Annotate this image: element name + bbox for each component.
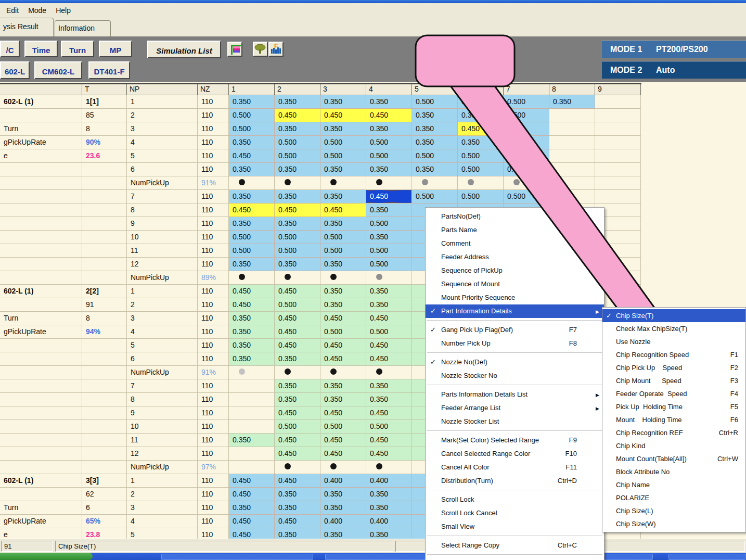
value-cell[interactable]: 0.350: [549, 95, 595, 109]
value-cell[interactable]: 0.500: [504, 109, 549, 122]
value-cell[interactable]: 0.450: [366, 434, 412, 447]
value-cell[interactable]: 0.450: [275, 285, 320, 298]
menu-item-nozzle-stocker-no[interactable]: Nozzle Stocker No: [426, 369, 604, 383]
value-cell[interactable]: 0.450: [275, 339, 320, 352]
value-cell[interactable]: 0.450: [320, 203, 366, 217]
value-cell[interactable]: 0.350: [366, 393, 412, 406]
value-cell[interactable]: 0.500: [366, 420, 412, 434]
value-cell[interactable]: 0.350: [229, 312, 275, 325]
toolbar-button-c[interactable]: /C: [0, 41, 20, 57]
toolbar-button-mp[interactable]: MP: [99, 41, 132, 57]
value-cell[interactable]: 0.500: [275, 231, 320, 244]
menu-item-number-pick-up[interactable]: Number Pick UpF8: [426, 337, 604, 350]
menu-item-parts-name[interactable]: Parts Name: [426, 223, 604, 237]
value-cell[interactable]: 0.350: [458, 109, 504, 122]
machine-button-dt401-f[interactable]: DT401-F: [88, 61, 130, 79]
value-cell[interactable]: 0.450: [320, 352, 366, 366]
menu-item-sequence-of-mount[interactable]: Sequence of Mount: [426, 277, 604, 291]
value-cell[interactable]: [229, 420, 275, 434]
value-cell[interactable]: 0.350: [458, 95, 504, 109]
menu-item-gang-pick-up-flag-def[interactable]: ✓Gang Pick Up Flag(Def)F7: [426, 323, 604, 337]
menu-item-check-max-chipsize-t[interactable]: Check Max ChipSize(T): [602, 322, 745, 335]
menu-item-mount-priority-sequence[interactable]: Mount Priority Sequence: [426, 291, 604, 304]
value-cell[interactable]: [595, 95, 641, 109]
value-cell[interactable]: 0.350: [275, 122, 320, 136]
value-cell[interactable]: 0.500: [366, 244, 412, 258]
value-cell[interactable]: 0.500: [229, 244, 275, 258]
value-cell[interactable]: 0.450: [275, 312, 320, 325]
value-cell[interactable]: 0.350: [366, 122, 412, 136]
value-cell[interactable]: [549, 122, 595, 136]
value-cell[interactable]: [549, 149, 595, 163]
value-cell[interactable]: 0.500: [458, 163, 504, 176]
value-cell[interactable]: 0.450: [275, 109, 320, 122]
menu-item-select-range-copy[interactable]: Select Range CopyCtrl+C: [426, 539, 604, 552]
value-cell[interactable]: 0.350: [229, 352, 275, 366]
value-cell[interactable]: 0.350: [412, 122, 458, 136]
menu-item-comment[interactable]: Comment: [426, 237, 604, 250]
value-cell[interactable]: 0.500: [320, 244, 366, 258]
menu-item-chip-recognition-speed[interactable]: Chip Recognition SpeedF1: [602, 348, 745, 361]
menu-item-use-nozzle[interactable]: Use Nozzle: [602, 335, 745, 348]
value-cell[interactable]: 0.500: [366, 217, 412, 231]
value-cell[interactable]: [229, 379, 275, 393]
value-cell[interactable]: [229, 406, 275, 420]
value-cell[interactable]: 0.350: [320, 122, 366, 136]
value-cell[interactable]: [595, 136, 641, 149]
value-cell[interactable]: 0.350: [320, 217, 366, 231]
value-cell[interactable]: 0.350: [366, 285, 412, 298]
value-cell[interactable]: 0.450: [229, 149, 275, 163]
value-cell[interactable]: 0.350: [229, 95, 275, 109]
value-cell[interactable]: 0.350: [320, 298, 366, 312]
menu-item-sequence-of-pickup[interactable]: Sequence of PickUp: [426, 264, 604, 277]
value-cell[interactable]: 0.450: [320, 434, 366, 447]
value-cell[interactable]: [595, 190, 641, 203]
value-cell[interactable]: 0.350: [320, 258, 366, 271]
menubar-item-help[interactable]: Help: [53, 5, 77, 16]
simulation-list-button[interactable]: Simulation List: [147, 41, 221, 58]
value-cell[interactable]: 0.350: [366, 203, 412, 217]
value-cell[interactable]: 0.350: [275, 258, 320, 271]
value-cell[interactable]: 0.400: [320, 515, 366, 528]
menu-item-cancel-all-color[interactable]: Cancel All ColorF11: [426, 461, 604, 474]
value-cell[interactable]: 0.500: [275, 149, 320, 163]
menubar-item-edit[interactable]: Edit: [3, 5, 25, 16]
value-cell[interactable]: 0.500: [412, 149, 458, 163]
value-cell[interactable]: 0.350: [275, 95, 320, 109]
value-cell[interactable]: 0.350: [366, 488, 412, 501]
menu-item-polarize[interactable]: POLARIZE: [602, 491, 745, 504]
value-cell[interactable]: 0.350: [412, 163, 458, 176]
menu-item-distribution-turn[interactable]: Distribution(Turn)Ctrl+D: [426, 474, 604, 488]
value-cell[interactable]: 0.350: [229, 217, 275, 231]
value-cell[interactable]: 0.450: [366, 406, 412, 420]
value-cell[interactable]: 0.350: [320, 501, 366, 515]
value-cell[interactable]: 0.350: [229, 136, 275, 149]
value-cell[interactable]: [549, 136, 595, 149]
menu-item-block-attribute-no[interactable]: Block Attribute No: [602, 465, 745, 478]
value-cell[interactable]: 0.450: [275, 434, 320, 447]
value-cell[interactable]: 0.500: [275, 298, 320, 312]
value-cell[interactable]: 0.350: [229, 434, 275, 447]
value-cell[interactable]: 0.450: [229, 528, 275, 539]
menu-item-pick-up-holding-time[interactable]: Pick Up Holding TimeF5: [602, 400, 745, 413]
value-cell[interactable]: 0.400: [320, 474, 366, 488]
menu-item-scroll-lock-cancel[interactable]: Scroll Lock Cancel: [426, 506, 604, 520]
value-cell[interactable]: [595, 163, 641, 176]
value-cell[interactable]: 0.350: [275, 352, 320, 366]
value-cell[interactable]: 0.350: [320, 393, 366, 406]
value-cell[interactable]: 0.500: [275, 420, 320, 434]
menu-item-scroll-lock[interactable]: Scroll Lock: [426, 493, 604, 506]
value-cell[interactable]: 0.450: [229, 488, 275, 501]
value-cell[interactable]: 0.450: [320, 109, 366, 122]
menu-item-cancel-selected-range-color[interactable]: Cancel Selected Range ColorF10: [426, 447, 604, 461]
value-cell[interactable]: 0.500: [320, 149, 366, 163]
value-cell[interactable]: 0.350: [366, 501, 412, 515]
value-cell[interactable]: 0.350: [412, 109, 458, 122]
value-cell[interactable]: [595, 122, 641, 136]
value-cell[interactable]: 0.450: [320, 447, 366, 461]
value-cell[interactable]: 0.350: [366, 298, 412, 312]
value-cell[interactable]: 0.500: [229, 109, 275, 122]
value-cell[interactable]: 0.350: [229, 501, 275, 515]
taskbar-task-button[interactable]: [668, 554, 745, 560]
value-cell[interactable]: 0.350: [275, 501, 320, 515]
